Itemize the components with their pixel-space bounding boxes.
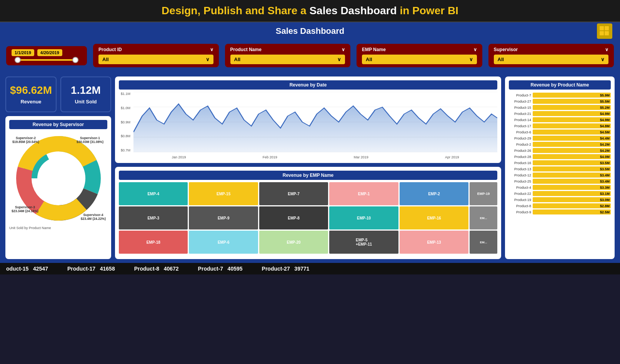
unit-sold-by-product: Unit Sold by Product Name: [9, 226, 107, 230]
product-bar-label: Product-19: [509, 198, 531, 202]
page-title: Design, Publish and Share a Sales Dashbo…: [0, 5, 620, 17]
emp-name-label: EMP Name ∨: [362, 47, 477, 52]
product-bar-row[interactable]: Product-29$4.4M: [509, 136, 611, 141]
emp-cell-18[interactable]: EMP-18: [119, 231, 188, 254]
product-name-filter[interactable]: Product Name ∨ All ∨: [225, 44, 351, 67]
product-id-dropdown[interactable]: All ∨: [98, 55, 213, 64]
product-bar-label: Product-28: [509, 155, 531, 159]
ticker-item: Product-27 39771: [262, 266, 310, 272]
emp-cell-15[interactable]: EMP-15: [189, 182, 258, 205]
product-bar-value: $4.9M: [600, 118, 610, 122]
emp-cell-extra1[interactable]: EM...: [470, 206, 497, 229]
emp-cell-13[interactable]: EMP-13: [400, 231, 468, 254]
revenue-label: Revenue: [10, 99, 52, 105]
revenue-date-chart: $1.1M $1.0M $0.9M $0.8M $0.7M: [119, 92, 497, 159]
product-bar-label: Product-16: [509, 161, 531, 165]
product-bar-row[interactable]: Product-13$3.5M: [509, 166, 611, 171]
emp-cell-7[interactable]: EMP-7: [259, 182, 328, 205]
emp-cell-1[interactable]: EMP-1: [329, 182, 398, 205]
emp-cell-19[interactable]: EMP-19: [470, 182, 497, 205]
header: Sales Dashboard: [0, 22, 620, 40]
product-bar-track: $3.5M: [533, 166, 611, 171]
emp-cell-20[interactable]: EMP-20: [259, 231, 328, 254]
units-kpi: 1.12M Unit Sold: [60, 76, 111, 112]
product-bar-row[interactable]: Product-17$4.8M: [509, 123, 611, 128]
product-bar-track: $3.5M: [533, 160, 611, 165]
product-bar-label: Product-7: [509, 93, 531, 97]
product-bar-row[interactable]: Product-19$3.0M: [509, 197, 611, 202]
product-bar-row[interactable]: Product-28$4.0M: [509, 154, 611, 159]
product-id-label: Product ID ∨: [98, 47, 213, 52]
product-bar-track: $3.1M: [533, 191, 611, 196]
product-bar-track: $3.3M: [533, 185, 611, 190]
product-bar-track: $2.5M: [533, 209, 611, 214]
product-bar-row[interactable]: Product-4$3.3M: [509, 185, 611, 190]
emp-cell-3[interactable]: EMP-3: [119, 206, 188, 229]
supervisor-label: Supervisor ∨: [494, 47, 609, 52]
product-bar-value: $5.9M: [600, 93, 610, 97]
emp-cell-4[interactable]: EMP-4: [119, 182, 188, 205]
product-bar-row[interactable]: Product-14$4.9M: [509, 117, 611, 122]
supervisor-chart: Revenue by Supervisor Supervisor-1: [5, 116, 111, 259]
emp-cell-9[interactable]: EMP-9: [189, 206, 258, 229]
product-bar-track: $4.9M: [533, 111, 611, 116]
date-slider[interactable]: [15, 59, 78, 61]
product-bar-row[interactable]: Product-6$4.5M: [509, 130, 611, 135]
product-name-label: Product Name ∨: [230, 47, 345, 52]
mid-column: Revenue by Date $1.1M $1.0M $0.9M $0.8M …: [115, 76, 501, 259]
product-bar-row[interactable]: Product-22$3.1M: [509, 191, 611, 196]
emp-name-dropdown[interactable]: All ∨: [362, 55, 477, 64]
product-bar-label: Product-21: [509, 112, 531, 116]
supervisor3-label: Supervisor-3 $23.34M (24.16%): [12, 205, 38, 213]
product-bar-row[interactable]: Product-9$2.5M: [509, 209, 611, 214]
product-bar-row[interactable]: Product-12$3.4M: [509, 173, 611, 178]
emp-name-filter[interactable]: EMP Name ∨ All ∨: [357, 44, 482, 67]
date-start-badge[interactable]: 1/1/2019: [12, 49, 34, 56]
supervisor4-label: Supervisor-4 $23.4M (24.22%): [81, 213, 106, 221]
product-bar-label: Product-27: [509, 100, 531, 103]
product-bar-label: Product-25: [509, 180, 531, 183]
emp-cell-8[interactable]: EMP-8: [259, 206, 328, 229]
product-bar-value: $4.4M: [600, 136, 610, 140]
product-bar-track: $2.8M: [533, 203, 611, 208]
product-bar-row[interactable]: Product-15$5.2M: [509, 105, 611, 110]
supervisor-dropdown[interactable]: All ∨: [494, 55, 609, 64]
product-bar-label: Product-4: [509, 186, 531, 189]
product-bar-row[interactable]: Product-16$3.5M: [509, 160, 611, 165]
product-bar-value: $3.5M: [600, 161, 610, 165]
slider-thumb-left[interactable]: [15, 57, 21, 63]
emp-cell-2[interactable]: EMP-2: [400, 182, 468, 205]
product-revenue-title: Revenue by Product Name: [509, 80, 611, 90]
emp-cell-16[interactable]: EMP-16: [400, 206, 468, 229]
product-bar-value: $4.0M: [600, 155, 610, 159]
product-bar-value: $4.8M: [600, 124, 610, 128]
emp-treemap: EMP-4 EMP-15 EMP-7 EMP-1 EMP-2 EMP-19 EM…: [119, 182, 497, 255]
product-bar-row[interactable]: Product-2$4.2M: [509, 142, 611, 147]
emp-cell-10[interactable]: EMP-10: [329, 206, 398, 229]
emp-cell-extra2[interactable]: EM...: [470, 231, 497, 254]
revenue-date-title: Revenue by Date: [119, 80, 497, 90]
product-bar-row[interactable]: Product-25$3.4M: [509, 179, 611, 184]
revenue-value: $96.62M: [10, 84, 52, 96]
date-end-badge[interactable]: 4/20/2019: [37, 49, 62, 56]
product-bar-row[interactable]: Product-7$5.9M: [509, 93, 611, 98]
product-bar-value: $3.4M: [600, 173, 610, 177]
ticker-item: Product-7 40595: [198, 266, 243, 272]
svg-rect-0: [600, 26, 604, 30]
title-bar: Design, Publish and Share a Sales Dashbo…: [0, 0, 620, 22]
product-bar-row[interactable]: Product-21$4.9M: [509, 111, 611, 116]
date-filter[interactable]: 1/1/2019 4/20/2019: [6, 46, 87, 65]
product-name-dropdown[interactable]: All ∨: [230, 55, 345, 64]
product-bar-list: Product-7$5.9MProduct-27$5.5MProduct-15$…: [509, 93, 611, 214]
product-id-filter[interactable]: Product ID ∨ All ∨: [93, 44, 219, 67]
product-bar-row[interactable]: Product-27$5.5M: [509, 99, 611, 104]
product-bar-label: Product-13: [509, 167, 531, 171]
product-bar-track: $5.2M: [533, 105, 611, 110]
product-bar-row[interactable]: Product-26$4.2M: [509, 148, 611, 153]
product-bar-row[interactable]: Product-8$2.8M: [509, 203, 611, 208]
supervisor-filter[interactable]: Supervisor ∨ All ∨: [488, 44, 614, 67]
emp-cell-5[interactable]: EMP-5+EMP-11: [329, 231, 398, 254]
slider-thumb-right[interactable]: [72, 57, 78, 63]
product-bar-label: Product-26: [509, 149, 531, 153]
emp-cell-6[interactable]: EMP-6: [189, 231, 258, 254]
